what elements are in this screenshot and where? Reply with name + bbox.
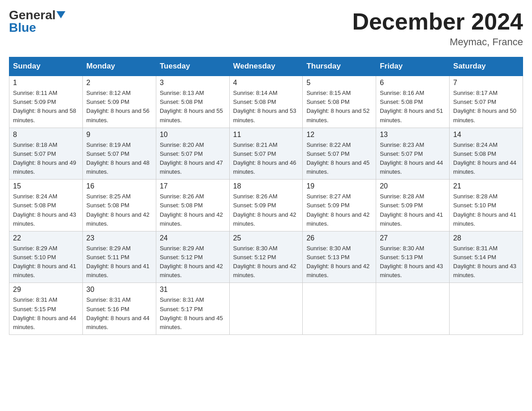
table-row: 29Sunrise: 8:31 AMSunset: 5:15 PMDayligh…: [9, 283, 83, 335]
table-row: 12Sunrise: 8:22 AMSunset: 5:07 PMDayligh…: [303, 128, 376, 180]
col-sunday: Sunday: [9, 57, 83, 76]
table-row: 24Sunrise: 8:29 AMSunset: 5:12 PMDayligh…: [156, 231, 229, 283]
day-info: Sunrise: 8:30 AMSunset: 5:13 PMDaylight:…: [380, 244, 446, 280]
table-row: 22Sunrise: 8:29 AMSunset: 5:10 PMDayligh…: [9, 231, 83, 283]
day-number: 7: [453, 79, 519, 87]
table-row: 13Sunrise: 8:23 AMSunset: 5:07 PMDayligh…: [376, 128, 450, 180]
day-number: 27: [380, 234, 446, 242]
table-row: 30Sunrise: 8:31 AMSunset: 5:16 PMDayligh…: [82, 283, 156, 335]
title-section: December 2024 Meymac, France: [352, 9, 523, 48]
day-info: Sunrise: 8:31 AMSunset: 5:15 PMDaylight:…: [13, 295, 79, 332]
table-row: 2Sunrise: 8:12 AMSunset: 5:09 PMDaylight…: [82, 76, 156, 128]
day-info: Sunrise: 8:17 AMSunset: 5:07 PMDaylight:…: [453, 89, 519, 125]
day-number: 4: [233, 79, 299, 87]
table-row: 18Sunrise: 8:26 AMSunset: 5:09 PMDayligh…: [229, 180, 303, 231]
day-number: 21: [453, 182, 519, 190]
day-info: Sunrise: 8:15 AMSunset: 5:08 PMDaylight:…: [306, 89, 372, 125]
logo-arrow-icon: [56, 11, 65, 18]
day-info: Sunrise: 8:21 AMSunset: 5:07 PMDaylight:…: [233, 141, 299, 177]
table-row: 27Sunrise: 8:30 AMSunset: 5:13 PMDayligh…: [376, 231, 450, 283]
day-number: 5: [306, 79, 372, 87]
day-info: Sunrise: 8:11 AMSunset: 5:09 PMDaylight:…: [13, 89, 79, 125]
day-number: 19: [306, 182, 372, 190]
day-number: 3: [160, 79, 226, 87]
col-friday: Friday: [376, 57, 450, 76]
day-number: 29: [13, 286, 79, 294]
day-info: Sunrise: 8:23 AMSunset: 5:07 PMDaylight:…: [380, 141, 446, 177]
table-row: 25Sunrise: 8:30 AMSunset: 5:12 PMDayligh…: [229, 231, 303, 283]
day-number: 24: [160, 234, 226, 242]
day-number: 16: [86, 182, 152, 190]
day-number: 22: [13, 234, 79, 242]
table-row: 15Sunrise: 8:24 AMSunset: 5:08 PMDayligh…: [9, 180, 83, 231]
location: Meymac, France: [352, 36, 523, 48]
day-info: Sunrise: 8:29 AMSunset: 5:12 PMDaylight:…: [160, 244, 226, 280]
col-wednesday: Wednesday: [229, 57, 303, 76]
table-row: 6Sunrise: 8:16 AMSunset: 5:08 PMDaylight…: [376, 76, 450, 128]
day-info: Sunrise: 8:24 AMSunset: 5:08 PMDaylight:…: [13, 192, 79, 228]
day-number: 1: [13, 79, 79, 87]
table-row: [303, 283, 376, 335]
table-row: 26Sunrise: 8:30 AMSunset: 5:13 PMDayligh…: [303, 231, 376, 283]
day-info: Sunrise: 8:14 AMSunset: 5:08 PMDaylight:…: [233, 89, 299, 125]
day-info: Sunrise: 8:24 AMSunset: 5:08 PMDaylight:…: [453, 141, 519, 177]
day-info: Sunrise: 8:31 AMSunset: 5:14 PMDaylight:…: [453, 244, 519, 280]
day-number: 25: [233, 234, 299, 242]
page-header: General Blue December 2024 Meymac, Franc…: [9, 9, 523, 48]
month-title: December 2024: [352, 9, 523, 34]
day-info: Sunrise: 8:27 AMSunset: 5:09 PMDaylight:…: [306, 192, 372, 228]
day-info: Sunrise: 8:12 AMSunset: 5:09 PMDaylight:…: [86, 89, 152, 125]
day-number: 2: [86, 79, 152, 87]
table-row: 28Sunrise: 8:31 AMSunset: 5:14 PMDayligh…: [450, 231, 523, 283]
day-info: Sunrise: 8:16 AMSunset: 5:08 PMDaylight:…: [380, 89, 446, 125]
day-number: 8: [13, 131, 79, 139]
table-row: 17Sunrise: 8:26 AMSunset: 5:08 PMDayligh…: [156, 180, 229, 231]
day-info: Sunrise: 8:13 AMSunset: 5:08 PMDaylight:…: [160, 89, 226, 125]
day-number: 30: [86, 286, 152, 294]
day-info: Sunrise: 8:31 AMSunset: 5:17 PMDaylight:…: [160, 295, 226, 332]
col-tuesday: Tuesday: [156, 57, 229, 76]
col-monday: Monday: [82, 57, 156, 76]
day-number: 17: [160, 182, 226, 190]
day-info: Sunrise: 8:18 AMSunset: 5:07 PMDaylight:…: [13, 141, 79, 177]
day-number: 26: [306, 234, 372, 242]
day-info: Sunrise: 8:26 AMSunset: 5:09 PMDaylight:…: [233, 192, 299, 228]
calendar-header-row: Sunday Monday Tuesday Wednesday Thursday…: [9, 57, 523, 76]
table-row: 9Sunrise: 8:19 AMSunset: 5:07 PMDaylight…: [82, 128, 156, 180]
table-row: 8Sunrise: 8:18 AMSunset: 5:07 PMDaylight…: [9, 128, 83, 180]
day-number: 6: [380, 79, 446, 87]
day-number: 12: [306, 131, 372, 139]
table-row: 3Sunrise: 8:13 AMSunset: 5:08 PMDaylight…: [156, 76, 229, 128]
table-row: 16Sunrise: 8:25 AMSunset: 5:08 PMDayligh…: [82, 180, 156, 231]
day-number: 18: [233, 182, 299, 190]
day-number: 13: [380, 131, 446, 139]
calendar-week-row: 15Sunrise: 8:24 AMSunset: 5:08 PMDayligh…: [9, 180, 523, 231]
table-row: 5Sunrise: 8:15 AMSunset: 5:08 PMDaylight…: [303, 76, 376, 128]
day-info: Sunrise: 8:28 AMSunset: 5:10 PMDaylight:…: [453, 192, 519, 228]
table-row: [229, 283, 303, 335]
calendar-week-row: 29Sunrise: 8:31 AMSunset: 5:15 PMDayligh…: [9, 283, 523, 335]
table-row: 10Sunrise: 8:20 AMSunset: 5:07 PMDayligh…: [156, 128, 229, 180]
day-number: 28: [453, 234, 519, 242]
day-number: 20: [380, 182, 446, 190]
table-row: [376, 283, 450, 335]
table-row: 23Sunrise: 8:29 AMSunset: 5:11 PMDayligh…: [82, 231, 156, 283]
table-row: 14Sunrise: 8:24 AMSunset: 5:08 PMDayligh…: [450, 128, 523, 180]
table-row: [450, 283, 523, 335]
table-row: 11Sunrise: 8:21 AMSunset: 5:07 PMDayligh…: [229, 128, 303, 180]
logo-general-text: General: [9, 9, 65, 21]
table-row: 4Sunrise: 8:14 AMSunset: 5:08 PMDaylight…: [229, 76, 303, 128]
day-info: Sunrise: 8:22 AMSunset: 5:07 PMDaylight:…: [306, 141, 372, 177]
day-number: 10: [160, 131, 226, 139]
logo-blue-text: Blue: [9, 21, 65, 34]
calendar-table: Sunday Monday Tuesday Wednesday Thursday…: [9, 57, 523, 335]
table-row: 21Sunrise: 8:28 AMSunset: 5:10 PMDayligh…: [450, 180, 523, 231]
day-info: Sunrise: 8:30 AMSunset: 5:12 PMDaylight:…: [233, 244, 299, 280]
svg-marker-0: [56, 11, 65, 18]
day-number: 23: [86, 234, 152, 242]
col-thursday: Thursday: [303, 57, 376, 76]
logo: General Blue: [9, 9, 65, 34]
calendar-week-row: 8Sunrise: 8:18 AMSunset: 5:07 PMDaylight…: [9, 128, 523, 180]
day-info: Sunrise: 8:26 AMSunset: 5:08 PMDaylight:…: [160, 192, 226, 228]
day-info: Sunrise: 8:28 AMSunset: 5:09 PMDaylight:…: [380, 192, 446, 228]
